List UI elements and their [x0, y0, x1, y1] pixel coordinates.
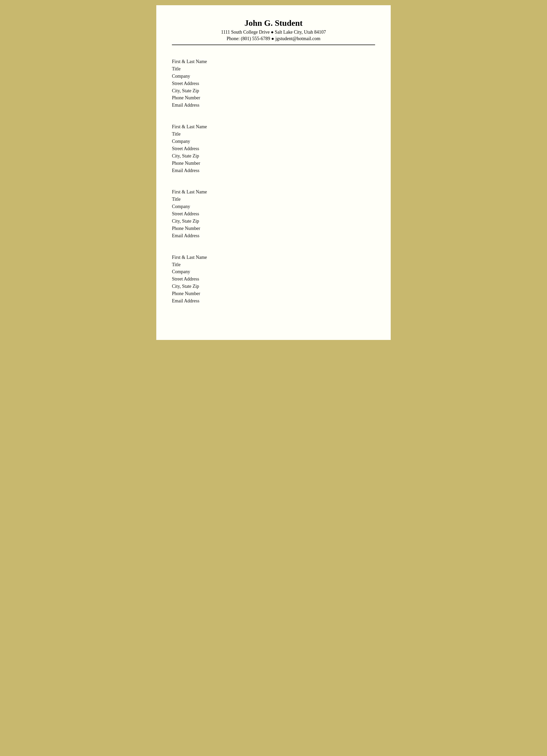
contact-3-line-5: City, State Zip [172, 218, 375, 225]
contact-3-line-2: Title [172, 196, 375, 203]
contact-2-line-1: First & Last Name [172, 123, 375, 131]
contact-1-line-1: First & Last Name [172, 58, 375, 65]
contact-4-line-2: Title [172, 261, 375, 269]
header: John G. Student 1111 South College Drive… [172, 18, 375, 45]
header-contact: Phone: (801) 555-6789 ● jgstudent@hotmai… [172, 36, 375, 41]
contact-4-line-4: Street Address [172, 276, 375, 283]
contact-2-line-3: Company [172, 138, 375, 145]
contact-3-line-3: Company [172, 203, 375, 210]
contact-4-line-6: Phone Number [172, 290, 375, 297]
contact-2-line-6: Phone Number [172, 160, 375, 167]
contact-3-line-4: Street Address [172, 210, 375, 218]
contact-2-line-5: City, State Zip [172, 153, 375, 160]
header-address: 1111 South College Drive ● Salt Lake Cit… [172, 29, 375, 35]
contact-3-line-6: Phone Number [172, 225, 375, 232]
contact-1-line-4: Street Address [172, 80, 375, 87]
contact-entry-2: First & Last NameTitleCompanyStreet Addr… [172, 123, 375, 174]
contact-entry-4: First & Last NameTitleCompanyStreet Addr… [172, 254, 375, 305]
contact-entry-3: First & Last NameTitleCompanyStreet Addr… [172, 188, 375, 239]
contact-2-line-2: Title [172, 131, 375, 138]
page: John G. Student 1111 South College Drive… [156, 5, 391, 340]
contact-2-line-4: Street Address [172, 145, 375, 153]
contact-1-line-7: Email Address [172, 102, 375, 109]
contact-1-line-3: Company [172, 73, 375, 80]
contact-1-line-5: City, State Zip [172, 87, 375, 95]
contact-entry-1: First & Last NameTitleCompanyStreet Addr… [172, 58, 375, 109]
contacts-section: First & Last NameTitleCompanyStreet Addr… [172, 58, 375, 305]
contact-2-line-7: Email Address [172, 167, 375, 174]
contact-3-line-7: Email Address [172, 232, 375, 240]
contact-4-line-1: First & Last Name [172, 254, 375, 261]
header-name: John G. Student [172, 18, 375, 28]
contact-3-line-1: First & Last Name [172, 188, 375, 196]
contact-4-line-3: Company [172, 268, 375, 276]
contact-1-line-2: Title [172, 65, 375, 73]
contact-4-line-5: City, State Zip [172, 283, 375, 290]
contact-4-line-7: Email Address [172, 297, 375, 305]
contact-1-line-6: Phone Number [172, 94, 375, 102]
